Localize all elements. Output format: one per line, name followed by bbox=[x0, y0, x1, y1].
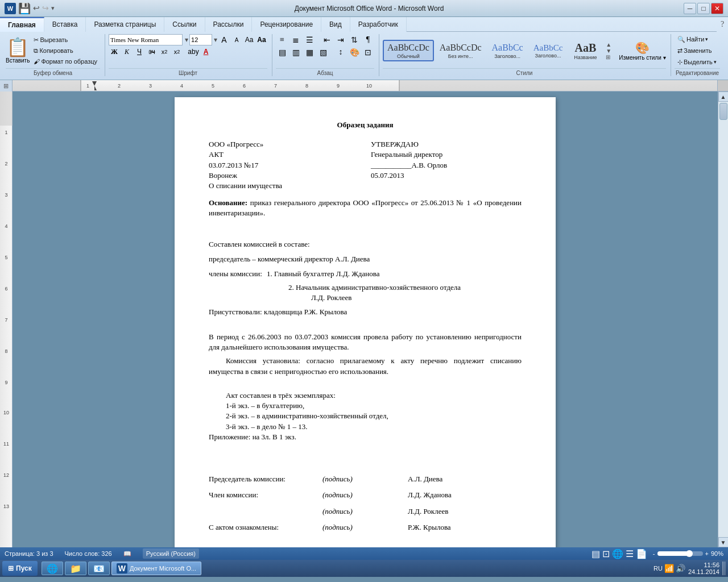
style-heading2-button[interactable]: AaBbCc Заголово... bbox=[529, 40, 568, 61]
tab-view[interactable]: Вид bbox=[321, 17, 350, 32]
view-fullscreen-button[interactable]: ⊡ bbox=[602, 548, 610, 559]
view-web-button[interactable]: 🌐 bbox=[612, 548, 623, 559]
quick-access-more[interactable]: ▾ bbox=[51, 5, 55, 12]
sign3-name: Л.Д. Роклеев bbox=[408, 506, 522, 517]
replace-button[interactable]: ⇄ Заменить bbox=[675, 45, 714, 56]
page-info: Страница: 3 из 3 bbox=[5, 550, 53, 557]
scroll-thumb[interactable] bbox=[719, 103, 727, 120]
change-styles-button[interactable]: 🎨 Изменить стили ▾ bbox=[619, 41, 665, 61]
svg-rect-2 bbox=[399, 80, 717, 91]
tab-insert[interactable]: Вставка bbox=[44, 17, 86, 32]
align-center-button[interactable]: ▥ bbox=[289, 47, 302, 58]
document-scroll-area[interactable]: Образец задания ООО «Прогресс» АКТ 03.07… bbox=[13, 92, 718, 547]
taskbar-word-button[interactable]: W Документ Microsoft O... bbox=[111, 562, 201, 575]
styles-more-button[interactable]: ⊞ bbox=[606, 54, 611, 60]
align-left-button[interactable]: ▤ bbox=[276, 47, 288, 58]
zoom-in-button[interactable]: + bbox=[705, 550, 709, 557]
commission-section: Составлен комиссией в составе: председат… bbox=[209, 239, 522, 317]
font-size-dropdown-icon[interactable]: ▾ bbox=[214, 36, 217, 44]
minimize-button[interactable]: ─ bbox=[684, 3, 696, 14]
style-normal-button[interactable]: AaBbCcDc Обычный bbox=[383, 40, 434, 61]
change-case-button[interactable]: Aа bbox=[256, 35, 267, 45]
numbering-button[interactable]: ≣ bbox=[289, 34, 302, 45]
sign1-position: Председатель комиссии: bbox=[209, 474, 322, 484]
zoom-out-button[interactable]: - bbox=[653, 550, 655, 557]
view-normal-button[interactable]: ▤ bbox=[592, 548, 600, 559]
start-button[interactable]: ⊞ Пуск bbox=[2, 561, 38, 576]
taskbar-outlook-button[interactable]: 📧 bbox=[88, 562, 110, 575]
highlight-button[interactable]: аby bbox=[188, 47, 199, 57]
align-right-button[interactable]: ▦ bbox=[303, 47, 316, 58]
svg-text:3: 3 bbox=[149, 83, 152, 89]
maximize-button[interactable]: □ bbox=[697, 3, 710, 14]
clear-format-button[interactable]: Aa bbox=[243, 35, 255, 45]
multilevel-button[interactable]: ☰ bbox=[303, 34, 316, 45]
underline-button[interactable]: Ч bbox=[134, 47, 145, 57]
language-button[interactable]: Русский (Россия) bbox=[143, 548, 199, 559]
justify-button[interactable]: ▧ bbox=[317, 47, 329, 58]
scroll-up-button[interactable]: ▲ bbox=[718, 92, 729, 102]
font-name-input[interactable] bbox=[109, 34, 183, 45]
taskbar-explorer-button[interactable]: 📁 bbox=[65, 562, 86, 575]
title-bar: W 💾 ↩ ↪ ▾ Документ Microsoft Office Word… bbox=[0, 0, 728, 17]
zoom-slider[interactable] bbox=[657, 551, 703, 556]
subscript-button[interactable]: х2 bbox=[159, 47, 170, 57]
paste-button[interactable]: 📋 Вставить bbox=[6, 38, 30, 64]
tab-review[interactable]: Рецензирование bbox=[252, 17, 321, 32]
tab-references[interactable]: Ссылки bbox=[164, 17, 205, 32]
style-title-button[interactable]: AaB Название bbox=[568, 39, 602, 63]
title-bar-left: W 💾 ↩ ↪ ▾ bbox=[5, 2, 55, 15]
find-button[interactable]: 🔍 Найти ▾ bbox=[675, 34, 711, 44]
scroll-track[interactable] bbox=[718, 102, 728, 537]
line-spacing-button[interactable]: ↕ bbox=[334, 47, 347, 58]
quick-redo-icon[interactable]: ↪ bbox=[42, 3, 49, 13]
style-heading1-button[interactable]: AaBbCc Заголово... bbox=[487, 40, 528, 61]
view-draft-button[interactable]: 📄 bbox=[636, 548, 647, 559]
vruler-svg: 1 2 3 4 5 6 7 8 9 10 11 12 13 bbox=[0, 92, 13, 547]
ribbon-help-icon[interactable]: ? bbox=[717, 17, 728, 32]
scroll-down-button[interactable]: ▼ bbox=[718, 537, 729, 547]
tab-mailings[interactable]: Рассылки bbox=[205, 17, 253, 32]
font-size-input[interactable] bbox=[189, 34, 212, 45]
tab-home[interactable]: Главная bbox=[0, 17, 44, 32]
view-outline-button[interactable]: ☰ bbox=[626, 548, 634, 559]
spell-check-indicator[interactable]: 📖 bbox=[123, 550, 131, 558]
shrink-font-button[interactable]: A bbox=[231, 35, 242, 45]
strikethrough-button[interactable]: зч bbox=[146, 47, 158, 57]
grow-font-button[interactable]: A bbox=[218, 35, 230, 45]
close-button[interactable]: ✕ bbox=[711, 3, 723, 14]
sort-button[interactable]: ⇅ bbox=[348, 34, 361, 45]
paste-label[interactable]: Вставить bbox=[6, 57, 30, 64]
taskbar-chrome-button[interactable]: 🌐 bbox=[42, 562, 63, 575]
copies-section: Акт составлен в трёх экземплярах: 1-й эк… bbox=[226, 390, 522, 432]
tab-developer[interactable]: Разработчик bbox=[350, 17, 407, 32]
doc-type: АКТ bbox=[209, 149, 359, 160]
zoom-controls: - + 90% bbox=[653, 550, 723, 557]
show-desktop-button[interactable] bbox=[722, 562, 726, 575]
ruler-corner-button[interactable]: ⊞ bbox=[0, 80, 13, 92]
quick-undo-icon[interactable]: ↩ bbox=[33, 3, 40, 13]
italic-button[interactable]: К bbox=[121, 47, 133, 57]
increase-indent-button[interactable]: ⇥ bbox=[334, 34, 347, 45]
show-para-button[interactable]: ¶ bbox=[362, 34, 374, 45]
quick-save-icon[interactable]: 💾 bbox=[18, 2, 31, 15]
borders-button[interactable]: ⊡ bbox=[362, 47, 374, 58]
svg-text:5: 5 bbox=[5, 255, 7, 260]
copy-button[interactable]: ⧉ Копировать bbox=[31, 45, 100, 56]
style-nospacing-button[interactable]: AaBbCcDc Без инте... bbox=[435, 40, 486, 61]
cut-button[interactable]: ✂ Вырезать bbox=[31, 35, 100, 45]
superscript-button[interactable]: х2 bbox=[171, 47, 183, 57]
shading-button[interactable]: 🎨 bbox=[348, 47, 361, 58]
select-button[interactable]: ⊹ Выделить ▾ bbox=[675, 57, 719, 67]
ribbon-content: 📋 Вставить ✂ Вырезать ⧉ Копировать 🖌 Фор… bbox=[0, 32, 728, 80]
styles-scroll-down-button[interactable]: ▼ bbox=[606, 48, 611, 54]
decrease-indent-button[interactable]: ⇤ bbox=[321, 34, 333, 45]
bullets-button[interactable]: ≡ bbox=[276, 34, 288, 45]
tab-page-layout[interactable]: Разметка страницы bbox=[86, 17, 164, 32]
zoom-thumb[interactable] bbox=[686, 550, 693, 557]
font-name-dropdown-icon[interactable]: ▾ bbox=[185, 36, 188, 44]
styles-scroll-up-button[interactable]: ▲ bbox=[606, 41, 611, 48]
font-color-button[interactable]: А bbox=[200, 47, 212, 57]
bold-button[interactable]: Ж bbox=[109, 47, 120, 57]
format-painter-button[interactable]: 🖌 Формат по образцу bbox=[31, 56, 100, 66]
